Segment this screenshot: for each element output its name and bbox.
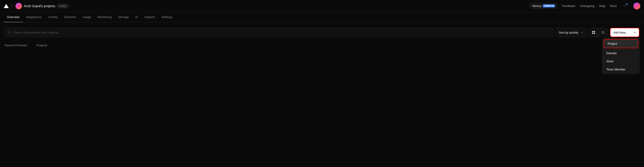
list-view-button[interactable] xyxy=(598,28,608,37)
vercel-logo-icon[interactable] xyxy=(4,4,9,9)
user-avatar[interactable] xyxy=(633,3,640,10)
view-toggle xyxy=(589,28,608,37)
tab-storage[interactable]: Storage xyxy=(115,12,132,22)
tab-ai[interactable]: AI xyxy=(132,12,141,22)
dropdown-item-project[interactable]: Project xyxy=(604,39,638,48)
tab-integrations[interactable]: Integrations xyxy=(23,12,45,22)
grid-view-button[interactable] xyxy=(589,28,598,37)
search-icon xyxy=(8,31,11,35)
avatar xyxy=(16,3,22,9)
tab-domains[interactable]: Domains xyxy=(61,12,79,22)
chevron-down-icon xyxy=(633,31,636,34)
nextjs-badge[interactable]: Next.js CONF 24 xyxy=(530,3,558,9)
list-icon xyxy=(601,31,605,34)
notification-button[interactable]: ♡ xyxy=(621,2,629,10)
tab-settings[interactable]: Settings xyxy=(158,12,176,22)
notification-dot xyxy=(626,3,628,5)
header-left: / Ansh Gujral's projects Hobby ↕ xyxy=(4,3,530,9)
add-new-chevron[interactable] xyxy=(630,28,639,37)
tab-overview[interactable]: Overview xyxy=(4,12,23,22)
header-right: Next.js CONF 24 Feedback Changelog Help … xyxy=(530,2,640,10)
dropdown-item-domain[interactable]: Domain xyxy=(602,49,639,57)
add-new-dropdown-menu: Project Domain Store Team Member xyxy=(602,38,640,74)
dropdown-item-store[interactable]: Store xyxy=(602,57,639,65)
toolbar-row: Sort by activity Add New... xyxy=(4,28,640,37)
feedback-link[interactable]: Feedback xyxy=(562,4,575,8)
tab-support[interactable]: Support xyxy=(141,12,158,22)
main-content: Sort by activity Add New... xyxy=(0,22,644,53)
recent-previews-label: Recent Previews xyxy=(4,44,27,47)
projects-label: Projects xyxy=(36,44,48,47)
sort-label: Sort by activity xyxy=(559,31,578,34)
nextjs-label: Next.js xyxy=(532,4,542,8)
grid-icon xyxy=(592,31,596,34)
project-name[interactable]: Ansh Gujral's projects xyxy=(24,4,55,8)
svg-rect-2 xyxy=(594,31,595,32)
chevron-down-icon xyxy=(580,31,584,34)
changelog-link[interactable]: Changelog xyxy=(580,4,594,8)
docs-link[interactable]: Docs xyxy=(610,4,617,8)
add-new-button[interactable]: Add New... xyxy=(610,28,640,37)
header-separator: / xyxy=(12,4,13,8)
search-input[interactable] xyxy=(4,28,554,37)
add-new-wrapper: Add New... Project Domain Store Team Mem… xyxy=(610,28,640,37)
conf-badge: CONF 24 xyxy=(543,5,555,8)
logo-triangle xyxy=(4,4,9,8)
tab-activity[interactable]: Activity xyxy=(45,12,61,22)
header: / Ansh Gujral's projects Hobby ↕ Next.js… xyxy=(0,0,644,12)
sort-dropdown[interactable]: Sort by activity xyxy=(556,28,587,37)
plan-badge[interactable]: Hobby xyxy=(57,4,69,8)
search-container xyxy=(4,28,554,37)
svg-rect-1 xyxy=(592,31,594,32)
sections-row: Recent Previews Projects xyxy=(4,44,640,47)
svg-point-0 xyxy=(8,31,10,33)
tab-navigation: Overview Integrations Activity Domains U… xyxy=(0,12,644,22)
svg-rect-3 xyxy=(592,33,594,34)
tab-monitoring[interactable]: Monitoring xyxy=(94,12,115,22)
tab-usage[interactable]: Usage xyxy=(79,12,94,22)
expand-icon[interactable]: ↕ xyxy=(70,5,72,8)
help-link[interactable]: Help xyxy=(599,4,606,8)
svg-rect-4 xyxy=(594,33,595,34)
dropdown-item-team-member[interactable]: Team Member xyxy=(602,65,639,73)
add-new-label: Add New... xyxy=(610,31,630,34)
